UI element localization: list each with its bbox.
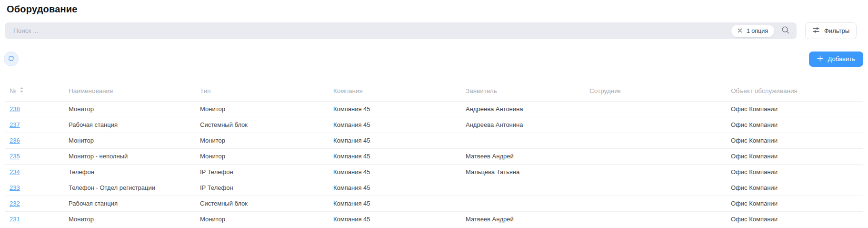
cell-service-object: Офис Компании [731, 148, 863, 164]
cell-company: Компания 45 [333, 101, 466, 117]
cell-company: Компания 45 [333, 148, 466, 164]
refresh-button[interactable] [4, 52, 19, 66]
equipment-id-link[interactable]: 232 [10, 200, 20, 207]
table-row: 236 Монитор Монитор Компания 45 Офис Ком… [5, 133, 863, 148]
cell-service-object: Офис Компании [731, 164, 863, 180]
table-body: 238 Монитор Монитор Компания 45 Андреева… [5, 101, 863, 227]
cell-type: Монитор [200, 133, 333, 148]
search-bar: 1 опция [5, 22, 797, 39]
toolbar-row: Добавить [5, 51, 863, 67]
cell-applicant: Мальцева Татьяна [466, 164, 589, 180]
cell-type: Системный блок [200, 196, 333, 211]
column-header-name: Наименование [69, 81, 200, 101]
column-header-company: Компания [333, 81, 466, 101]
equipment-table: № Наименование Тип Компания Заявитель Со… [5, 81, 863, 227]
search-row: 1 опция Фильтры [5, 22, 857, 39]
table-row: 238 Монитор Монитор Компания 45 Андреева… [5, 101, 863, 117]
clear-option-icon[interactable] [738, 27, 742, 34]
cell-service-object: Офис Компании [731, 117, 863, 133]
table-row: 231 Монитор Монитор Компания 45 Матвеев … [5, 211, 863, 227]
cell-service-object: Офис Компании [731, 211, 863, 227]
filters-button-label: Фильтры [824, 27, 849, 34]
column-header-employee: Сотрудник [589, 81, 731, 101]
add-button-label: Добавить [828, 55, 855, 62]
equipment-id-link[interactable]: 236 [10, 137, 20, 144]
cell-employee [589, 101, 731, 117]
search-input[interactable] [13, 27, 731, 34]
cell-name: Рабочая станция [69, 196, 200, 211]
table-row: 234 Телефон IP Телефон Компания 45 Мальц… [5, 164, 863, 180]
cell-company: Компания 45 [333, 196, 466, 211]
cell-employee [589, 148, 731, 164]
page-title: Оборудование [7, 3, 863, 15]
cell-type: Монитор [200, 211, 333, 227]
filter-option-chip[interactable]: 1 опция [731, 25, 774, 37]
table-row: 233 Телефон - Отдел регистрации IP Телеф… [5, 180, 863, 196]
cell-name: Монитор [69, 211, 200, 227]
cell-name: Монитор [69, 133, 200, 148]
plus-icon [817, 55, 823, 63]
cell-applicant: Андреева Антонина [466, 117, 589, 133]
cell-name: Монитор [69, 101, 200, 117]
table-header: № Наименование Тип Компания Заявитель Со… [5, 81, 863, 101]
cell-employee [589, 117, 731, 133]
equipment-id-link[interactable]: 237 [10, 121, 20, 128]
column-header-service-object: Объект обслуживания [731, 81, 863, 101]
cell-service-object: Офис Компании [731, 196, 863, 211]
column-header-applicant: Заявитель [466, 81, 589, 101]
equipment-id-link[interactable]: 238 [10, 105, 20, 113]
cell-applicant: Андреева Антонина [466, 101, 589, 117]
cell-applicant: Матвеев Андрей [466, 211, 589, 227]
refresh-icon [8, 55, 15, 63]
cell-employee [589, 211, 731, 227]
cell-company: Компания 45 [333, 211, 466, 227]
sort-control[interactable]: № [10, 87, 24, 94]
column-header-number: № [5, 81, 69, 101]
sort-icon [20, 87, 24, 94]
cell-type: IP Телефон [200, 164, 333, 180]
cell-type: IP Телефон [200, 180, 333, 196]
cell-company: Компания 45 [333, 180, 466, 196]
cell-employee [589, 196, 731, 211]
cell-employee [589, 180, 731, 196]
cell-service-object: Офис Компании [731, 180, 863, 196]
filters-button[interactable]: Фильтры [805, 22, 857, 39]
cell-applicant: Матвеев Андрей [466, 148, 589, 164]
cell-applicant [466, 133, 589, 148]
cell-company: Компания 45 [333, 117, 466, 133]
column-header-type: Тип [200, 81, 333, 101]
table-row: 235 Монитор - неполный Монитор Компания … [5, 148, 863, 164]
cell-name: Монитор - неполный [69, 148, 200, 164]
cell-employee [589, 164, 731, 180]
search-button[interactable] [781, 26, 790, 36]
cell-type: Монитор [200, 101, 333, 117]
equipment-id-link[interactable]: 235 [10, 153, 20, 160]
cell-service-object: Офис Компании [731, 133, 863, 148]
search-icon [781, 26, 790, 36]
sliders-icon [812, 26, 820, 35]
cell-service-object: Офис Компании [731, 101, 863, 117]
equipment-id-link[interactable]: 233 [10, 184, 20, 191]
table-row: 237 Рабочая станция Системный блок Компа… [5, 117, 863, 133]
cell-name: Телефон - Отдел регистрации [69, 180, 200, 196]
cell-name: Рабочая станция [69, 117, 200, 133]
add-button[interactable]: Добавить [809, 52, 863, 67]
cell-applicant [466, 196, 589, 211]
table-row: 232 Рабочая станция Системный блок Компа… [5, 196, 863, 211]
equipment-id-link[interactable]: 231 [10, 216, 20, 223]
cell-applicant [466, 180, 589, 196]
equipment-id-link[interactable]: 234 [10, 168, 20, 176]
cell-type: Монитор [200, 148, 333, 164]
cell-company: Компания 45 [333, 133, 466, 148]
equipment-page: Оборудование 1 опция Фильтры [0, 3, 868, 227]
cell-company: Компания 45 [333, 164, 466, 180]
cell-employee [589, 133, 731, 148]
filter-option-label: 1 опция [747, 28, 768, 34]
cell-name: Телефон [69, 164, 200, 180]
cell-type: Системный блок [200, 117, 333, 133]
